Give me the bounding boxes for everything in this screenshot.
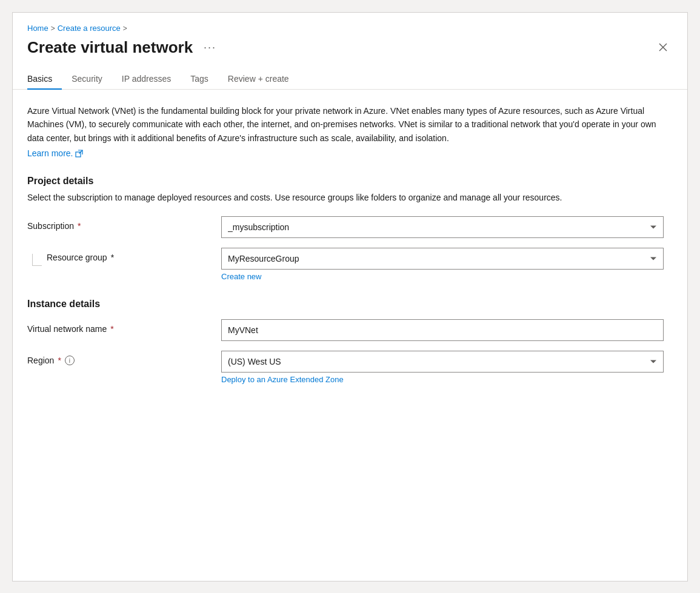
tabs-nav: Basics Security IP addresses Tags Review… xyxy=(13,57,687,90)
region-select[interactable]: (US) West US xyxy=(221,351,664,373)
resource-group-control: MyResourceGroup Create new xyxy=(221,248,664,282)
external-link-icon xyxy=(75,150,83,157)
breadcrumb-sep1: > xyxy=(51,24,55,33)
close-button[interactable] xyxy=(653,38,673,57)
description-text: Azure Virtual Network (VNet) is the fund… xyxy=(27,104,664,145)
resource-group-label: Resource group * xyxy=(47,248,221,262)
region-select-wrapper: (US) West US xyxy=(221,351,664,373)
subscription-required: * xyxy=(78,221,81,231)
subscription-control: _mysubscription xyxy=(221,216,664,238)
tab-basics[interactable]: Basics xyxy=(27,69,62,90)
subscription-select-wrapper: _mysubscription xyxy=(221,216,664,238)
subscription-select[interactable]: _mysubscription xyxy=(221,216,664,238)
region-info-icon[interactable]: i xyxy=(65,356,75,365)
resource-group-select-wrapper: MyResourceGroup xyxy=(221,248,664,270)
project-details-section: Project details Select the subscription … xyxy=(27,176,673,282)
rg-indent xyxy=(27,248,47,266)
region-required: * xyxy=(58,356,61,365)
region-row: Region * i (US) West US Deploy to an Azu… xyxy=(27,351,673,385)
vnet-name-required: * xyxy=(110,324,113,334)
learn-more-link[interactable]: Learn more. xyxy=(27,148,83,158)
breadcrumb: Home > Create a resource > xyxy=(13,13,687,33)
tab-tags[interactable]: Tags xyxy=(181,69,218,90)
instance-details-title: Instance details xyxy=(27,299,673,310)
tab-security[interactable]: Security xyxy=(62,69,112,90)
resource-group-required: * xyxy=(111,253,114,262)
rg-indent-line xyxy=(32,254,42,266)
subscription-row: Subscription * _mysubscription xyxy=(27,216,673,238)
panel-header: Create virtual network ··· xyxy=(13,33,687,57)
content-area: Azure Virtual Network (VNet) is the fund… xyxy=(13,90,687,409)
resource-group-row: Resource group * MyResourceGroup Create … xyxy=(27,248,673,282)
region-control: (US) West US Deploy to an Azure Extended… xyxy=(221,351,664,385)
vnet-name-control xyxy=(221,319,664,341)
create-vnet-panel: Home > Create a resource > Create virtua… xyxy=(12,12,688,581)
close-icon xyxy=(658,42,668,52)
project-details-desc: Select the subscription to manage deploy… xyxy=(27,191,673,204)
create-new-link[interactable]: Create new xyxy=(221,272,261,281)
vnet-name-input[interactable] xyxy=(221,319,664,341)
panel-title-row: Create virtual network ··· xyxy=(27,38,220,57)
tab-ip-addresses[interactable]: IP addresses xyxy=(112,69,181,90)
vnet-name-row: Virtual network name * xyxy=(27,319,673,341)
vnet-name-label: Virtual network name * xyxy=(27,319,221,334)
instance-details-section: Instance details Virtual network name * … xyxy=(27,299,673,385)
tab-review-create[interactable]: Review + create xyxy=(218,69,299,90)
subscription-label: Subscription * xyxy=(27,216,221,231)
breadcrumb-create-resource[interactable]: Create a resource xyxy=(58,24,121,33)
region-label: Region * i xyxy=(27,351,221,365)
page-title: Create virtual network xyxy=(27,38,193,57)
breadcrumb-sep2: > xyxy=(123,24,127,33)
project-details-title: Project details xyxy=(27,176,673,187)
breadcrumb-home[interactable]: Home xyxy=(27,24,48,33)
resource-group-select[interactable]: MyResourceGroup xyxy=(221,248,664,270)
ellipsis-button[interactable]: ··· xyxy=(200,40,220,55)
deploy-extended-zone-link[interactable]: Deploy to an Azure Extended Zone xyxy=(221,375,344,384)
